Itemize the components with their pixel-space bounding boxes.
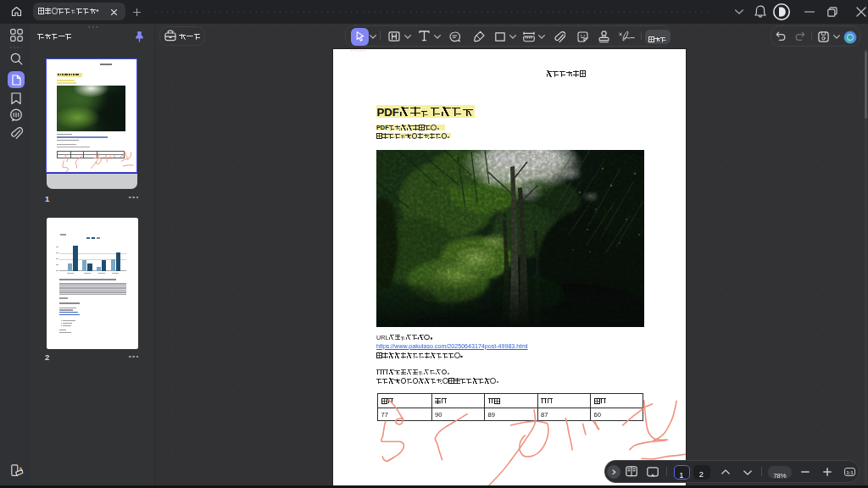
svg-text:1:1: 1:1 [846,469,853,474]
